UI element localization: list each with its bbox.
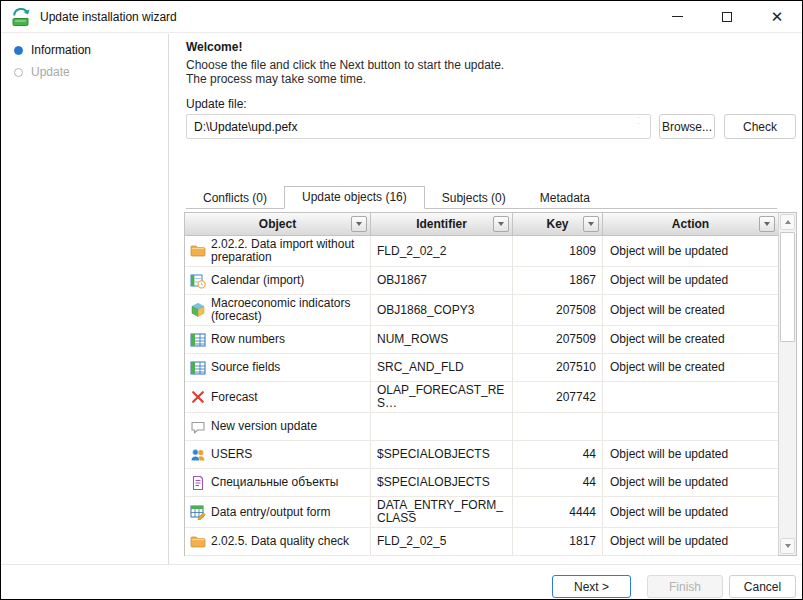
- finish-button[interactable]: Finish: [647, 575, 723, 598]
- column-label: Action: [672, 217, 709, 231]
- table-row[interactable]: USERS $SPECIALOBJECTS 44 Object will be …: [185, 441, 778, 469]
- tab-conflicts[interactable]: Conflicts (0): [186, 188, 284, 209]
- comment-icon: [190, 419, 206, 435]
- table-row[interactable]: Calendar (import) OBJ1867 1867 Object wi…: [185, 267, 778, 295]
- cell-object: 2.02.5. Data quality check: [185, 528, 371, 555]
- scroll-down-icon: [785, 544, 791, 548]
- filter-dropdown-icon: [764, 222, 770, 226]
- table-row[interactable]: Source fields SRC_AND_FLD 207510 Object …: [185, 354, 778, 382]
- object-label: Source fields: [211, 361, 280, 374]
- table-row[interactable]: 2.02.2. Data import without preparation …: [185, 236, 778, 267]
- tab-subjects[interactable]: Subjects (0): [425, 188, 523, 209]
- cell-identifier: $SPECIALOBJECTS: [371, 469, 513, 496]
- cancel-button[interactable]: Cancel: [729, 575, 796, 598]
- cell-action: Object will be updated: [603, 497, 778, 527]
- column-header-object[interactable]: Object: [185, 213, 371, 235]
- window-controls: ✕: [652, 1, 802, 33]
- cell-key: 207742: [513, 382, 603, 412]
- table-row[interactable]: 2.02.5. Data quality check FLD_2_02_5 18…: [185, 528, 778, 556]
- cell-key: 44: [513, 441, 603, 468]
- column-header-action[interactable]: Action: [603, 213, 778, 235]
- minimize-button[interactable]: [652, 1, 702, 33]
- wizard-step-update: Update: [1, 61, 168, 83]
- folder-icon: [190, 243, 206, 259]
- cell-key: 44: [513, 469, 603, 496]
- filter-button-identifier[interactable]: [493, 216, 509, 232]
- table-row[interactable]: Macroeconomic indicators (forecast) OBJ1…: [185, 295, 778, 326]
- table-icon: [190, 332, 206, 348]
- browse-button[interactable]: Browse...: [659, 114, 715, 139]
- minimize-icon: [672, 16, 683, 17]
- close-icon: ✕: [771, 9, 784, 24]
- document-icon: [190, 475, 206, 491]
- cell-object: Forecast: [185, 382, 371, 412]
- table-row[interactable]: Data entry/output form DATA_ENTRY_FORM_C…: [185, 497, 778, 528]
- filter-button-key[interactable]: [583, 216, 599, 232]
- cell-identifier: OBJ1867: [371, 267, 513, 294]
- tab-update-objects[interactable]: Update objects (16): [284, 186, 425, 209]
- scroll-up-button[interactable]: [780, 214, 795, 230]
- table-row[interactable]: Row numbers NUM_ROWS 207509 Object will …: [185, 326, 778, 354]
- cell-object: New version update: [185, 413, 371, 440]
- folder-icon: [190, 534, 206, 550]
- filter-button-object[interactable]: [351, 216, 367, 232]
- cell-object: 2.02.2. Data import without preparation: [185, 236, 371, 266]
- cell-identifier: $SPECIALOBJECTS: [371, 441, 513, 468]
- update-wizard-window: Update installation wizard ✕ Information…: [0, 0, 803, 600]
- instructions-line1: Choose the file and click the Next butto…: [186, 58, 504, 72]
- cell-object: Source fields: [185, 354, 371, 381]
- maximize-button[interactable]: [702, 1, 752, 33]
- title-bar: Update installation wizard ✕: [1, 1, 802, 33]
- check-button[interactable]: Check: [724, 114, 796, 139]
- column-header-key[interactable]: Key: [513, 213, 603, 235]
- cell-action: Object will be updated: [603, 267, 778, 294]
- cell-key: 207509: [513, 326, 603, 353]
- object-label: 2.02.5. Data quality check: [211, 535, 349, 548]
- column-header-identifier[interactable]: Identifier: [371, 213, 513, 235]
- wizard-steps-sidebar: Information Update: [1, 34, 169, 564]
- window-title: Update installation wizard: [40, 10, 177, 24]
- cell-identifier: [371, 413, 513, 440]
- table-row[interactable]: Forecast OLAP_FORECAST_RES… 207742: [185, 382, 778, 413]
- column-label: Identifier: [416, 217, 467, 231]
- update-wizard-icon: [10, 6, 32, 28]
- column-label: Key: [546, 217, 568, 231]
- cell-action: Object will be created: [603, 354, 778, 381]
- tab-metadata[interactable]: Metadata: [523, 188, 607, 209]
- next-button[interactable]: Next >: [552, 575, 631, 598]
- table-icon: [190, 360, 206, 376]
- cell-object: Специальные объекты: [185, 469, 371, 496]
- wizard-step-information: Information: [1, 39, 168, 61]
- cell-action: Object will be updated: [603, 469, 778, 496]
- cell-object: Data entry/output form: [185, 497, 371, 527]
- object-label: Macroeconomic indicators (forecast): [211, 297, 366, 323]
- filter-dropdown-icon: [498, 222, 504, 226]
- cell-identifier: OBJ1868_COPY3: [371, 295, 513, 325]
- object-label: Row numbers: [211, 333, 285, 346]
- cell-key: 4444: [513, 497, 603, 527]
- cell-key: 1867: [513, 267, 603, 294]
- table-grid: Object Identifier Key Action 2.: [185, 213, 778, 555]
- cell-action: Object will be created: [603, 295, 778, 325]
- cell-action: Object will be updated: [603, 236, 778, 266]
- cell-object: Calendar (import): [185, 267, 371, 294]
- scrollbar-thumb[interactable]: [780, 232, 795, 342]
- table-row[interactable]: New version update: [185, 413, 778, 441]
- close-button[interactable]: ✕: [752, 1, 802, 33]
- cell-action: Object will be created: [603, 326, 778, 353]
- cell-key: [513, 413, 603, 440]
- cell-object: Macroeconomic indicators (forecast): [185, 295, 371, 325]
- input-grip-icon: ⁚: [637, 119, 643, 124]
- filter-dropdown-icon: [356, 222, 362, 226]
- cell-identifier: SRC_AND_FLD: [371, 354, 513, 381]
- update-file-input[interactable]: [186, 114, 651, 139]
- column-label: Object: [259, 217, 296, 231]
- scroll-up-icon: [785, 220, 791, 224]
- filter-button-action[interactable]: [759, 216, 775, 232]
- vertical-scrollbar[interactable]: [778, 213, 796, 555]
- update-file-label: Update file:: [186, 97, 247, 111]
- table-row[interactable]: Специальные объекты $SPECIALOBJECTS 44 O…: [185, 469, 778, 497]
- scroll-down-button[interactable]: [780, 538, 795, 554]
- object-label: Специальные объекты: [211, 476, 338, 489]
- cell-action: [603, 382, 778, 412]
